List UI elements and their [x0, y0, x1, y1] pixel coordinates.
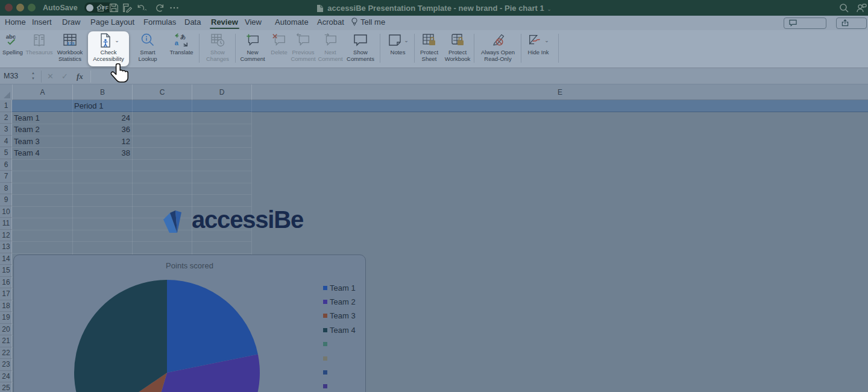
- ribbon: abcSpellingThesaurus123Workbook Statisti…: [0, 30, 868, 68]
- tab-home[interactable]: Home: [5, 17, 26, 27]
- accessibe-logo-mark-icon: [163, 208, 189, 236]
- row-header-5[interactable]: 5: [0, 147, 12, 159]
- accessibe-logo-text: accessiBe: [192, 206, 303, 233]
- column-header-A[interactable]: A: [12, 84, 72, 100]
- delete-comment-icon: [269, 31, 289, 49]
- legend-label: Team 2: [330, 297, 356, 306]
- cell-B1[interactable]: Period 1: [74, 100, 130, 112]
- row-header-21[interactable]: 21: [0, 335, 12, 347]
- tab-insert[interactable]: Insert: [32, 17, 52, 27]
- notes-icon: ⌄: [383, 31, 412, 49]
- row-header-17[interactable]: 17: [0, 288, 12, 300]
- row-header-24[interactable]: 24: [0, 371, 12, 383]
- confirm-entry-icon[interactable]: ✓: [61, 72, 68, 81]
- pie-chart-panel[interactable]: Points scored Team 1Team 2Team 3Team 4: [13, 254, 366, 392]
- delete-label: Delete: [269, 49, 289, 56]
- row-header-16[interactable]: 16: [0, 277, 12, 289]
- row-header-4[interactable]: 4: [0, 136, 12, 148]
- people-icon[interactable]: [856, 3, 867, 16]
- previous-comment-icon: [289, 31, 317, 49]
- protect-workbook-button[interactable]: Protect Workbook: [442, 31, 473, 66]
- workbook-statistics-button[interactable]: 123Workbook Statistics: [53, 31, 87, 66]
- row-header-15[interactable]: 15: [0, 265, 12, 277]
- row-header-23[interactable]: 23: [0, 359, 12, 371]
- pie-slice-team-4[interactable]: [74, 280, 167, 392]
- cell-B2[interactable]: 24: [74, 112, 130, 124]
- hide-ink-button[interactable]: ⌄Hide Ink: [523, 31, 553, 66]
- tab-data[interactable]: Data: [184, 17, 201, 27]
- legend-item: [323, 382, 330, 391]
- workbook-statistics-label: Workbook Statistics: [53, 49, 87, 62]
- row-header-2[interactable]: 2: [0, 112, 12, 124]
- show-comments-icon: [344, 31, 377, 49]
- chevron-down-icon: ⌄: [544, 37, 549, 43]
- row-header-7[interactable]: 7: [0, 171, 12, 183]
- translate-button[interactable]: あaTranslate: [165, 31, 198, 66]
- protect-sheet-button[interactable]: Protect Sheet: [416, 31, 442, 66]
- row-header-10[interactable]: 10: [0, 206, 12, 218]
- spelling-button[interactable]: abcSpelling: [0, 31, 25, 66]
- name-box-stepper[interactable]: ▲▼: [31, 71, 35, 81]
- chevron-down-icon: ⌄: [115, 37, 119, 43]
- gridline: [12, 159, 251, 160]
- row-header-6[interactable]: 6: [0, 159, 12, 171]
- select-all-corner[interactable]: [0, 84, 12, 100]
- row-header-20[interactable]: 20: [0, 324, 12, 336]
- cell-B5[interactable]: 38: [74, 147, 130, 159]
- row-header-13[interactable]: 13: [0, 241, 12, 253]
- tab-acrobat[interactable]: Acrobat: [317, 17, 344, 27]
- legend-item-team-1: Team 1: [323, 283, 356, 292]
- row-header-14[interactable]: 14: [0, 253, 12, 265]
- legend-swatch: [323, 342, 327, 346]
- tab-formulas[interactable]: Formulas: [143, 17, 176, 27]
- cell-A2[interactable]: Team 1: [14, 112, 71, 124]
- row-header-25[interactable]: 25: [0, 382, 12, 392]
- column-header-C[interactable]: C: [132, 84, 192, 100]
- new-comment-button[interactable]: New Comment: [236, 31, 269, 66]
- row-header-11[interactable]: 11: [0, 218, 12, 230]
- tell-me-item[interactable]: Tell me: [351, 17, 385, 27]
- column-header-B[interactable]: B: [72, 84, 132, 100]
- comments-button[interactable]: Comments: [784, 17, 826, 29]
- cell-A5[interactable]: Team 4: [14, 147, 71, 159]
- always-open-read-only-button[interactable]: Always Open Read-Only: [476, 31, 520, 66]
- row-header-1[interactable]: 1: [0, 100, 12, 112]
- tab-draw[interactable]: Draw: [62, 17, 80, 27]
- row-header-19[interactable]: 19: [0, 312, 12, 324]
- share-button[interactable]: Share: [836, 17, 867, 29]
- cancel-entry-icon[interactable]: ✕: [47, 72, 54, 81]
- gridline: [12, 241, 251, 242]
- row-header-22[interactable]: 22: [0, 347, 12, 359]
- row-header-3[interactable]: 3: [0, 124, 12, 136]
- show-comments-button[interactable]: Show Comments: [344, 31, 377, 66]
- tab-view[interactable]: View: [245, 17, 262, 27]
- row-header-12[interactable]: 12: [0, 230, 12, 242]
- show-changes-label: Show Changes: [201, 49, 234, 62]
- tell-me-label: Tell me: [360, 17, 385, 27]
- tab-automate[interactable]: Automate: [275, 17, 309, 27]
- previous-comment-button: Previous Comment: [289, 31, 317, 66]
- spreadsheet-grid[interactable]: Period 1Team 124Team 236Team 312Team 438…: [0, 84, 868, 392]
- cell-A3[interactable]: Team 2: [14, 124, 71, 136]
- insert-function-icon[interactable]: fx: [77, 72, 83, 81]
- column-header-E[interactable]: E: [251, 84, 868, 100]
- tab-review[interactable]: Review: [211, 17, 238, 27]
- check-accessibility-button[interactable]: ⌄Check Accessibility: [88, 31, 129, 66]
- search-icon[interactable]: [839, 3, 849, 16]
- column-headers: ABCDE: [0, 84, 868, 100]
- row-header-8[interactable]: 8: [0, 183, 12, 195]
- name-box[interactable]: M33: [4, 72, 18, 80]
- cell-B3[interactable]: 36: [74, 124, 130, 136]
- column-header-D[interactable]: D: [192, 84, 251, 100]
- smart-lookup-button[interactable]: Smart Lookup: [131, 31, 164, 66]
- document-title[interactable]: accessiBe Presentation Template - new br…: [327, 4, 544, 13]
- row-header-18[interactable]: 18: [0, 300, 12, 312]
- ribbon-group-divider: [235, 34, 236, 63]
- read-only-icon: [476, 31, 520, 49]
- notes-button[interactable]: ⌄Notes: [383, 31, 412, 66]
- row-header-9[interactable]: 9: [0, 194, 12, 206]
- thesaurus-button: Thesaurus: [25, 31, 53, 66]
- tab-page-layout[interactable]: Page Layout: [90, 17, 134, 27]
- cell-A4[interactable]: Team 3: [14, 136, 71, 148]
- cell-B4[interactable]: 12: [74, 136, 130, 148]
